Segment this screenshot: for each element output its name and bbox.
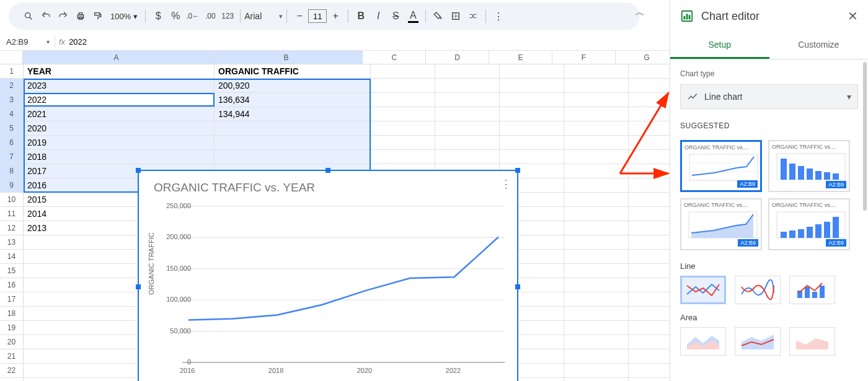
cell-A5[interactable]: 2020	[24, 121, 215, 135]
column-header-E[interactable]: E	[489, 51, 552, 64]
fill-color-icon[interactable]	[430, 7, 447, 25]
area-chart-type[interactable]	[680, 327, 726, 356]
strike-icon[interactable]: S	[387, 7, 404, 25]
cell-E5[interactable]	[500, 121, 564, 135]
cell-F5[interactable]	[564, 121, 629, 135]
cell-F21[interactable]	[564, 349, 629, 363]
cell-F3[interactable]	[564, 93, 629, 107]
cell-D4[interactable]	[435, 107, 500, 121]
cell-F12[interactable]	[564, 221, 629, 235]
cell-D3[interactable]	[435, 93, 500, 107]
bold-icon[interactable]: B	[352, 7, 370, 25]
cell-F2[interactable]	[564, 79, 629, 92]
cell-F4[interactable]	[564, 107, 629, 121]
cell-A2[interactable]: 2023	[24, 79, 215, 92]
row-header-19[interactable]: 19	[0, 321, 24, 335]
row-header-5[interactable]: 5	[0, 121, 24, 135]
row-header-13[interactable]: 13	[0, 235, 24, 249]
cell-A3[interactable]: 2022	[24, 93, 215, 107]
merge-icon[interactable]	[464, 7, 482, 25]
column-header-A[interactable]: A	[23, 51, 210, 64]
column-header-B[interactable]: B	[210, 51, 363, 64]
suggested-area-chart[interactable]: ORGANIC TRAFFIC vs.... A2:B9	[680, 198, 762, 250]
column-header-F[interactable]: F	[552, 51, 616, 64]
row-header-20[interactable]: 20	[0, 335, 24, 349]
cell-F17[interactable]	[564, 292, 629, 306]
resize-handle[interactable]	[136, 284, 141, 289]
number-format-icon[interactable]: 123	[219, 7, 236, 25]
row-header-1[interactable]: 1	[0, 64, 24, 78]
undo-icon[interactable]	[37, 7, 55, 25]
cell-F6[interactable]	[564, 136, 629, 149]
cell-B2[interactable]: 200,920	[215, 79, 371, 92]
cell-C4[interactable]	[371, 107, 435, 121]
row-header-22[interactable]: 22	[0, 364, 24, 377]
cell-E4[interactable]	[500, 107, 564, 121]
text-color-icon[interactable]: A	[404, 7, 422, 25]
suggested-line-chart[interactable]: ORGANIC TRAFFIC vs.... A2:B9	[680, 140, 762, 192]
cell-D5[interactable]	[435, 121, 500, 135]
row-header-16[interactable]: 16	[0, 278, 24, 292]
font-size-control[interactable]: − 11 +	[291, 7, 344, 25]
resize-handle[interactable]	[515, 284, 520, 289]
cell-C5[interactable]	[371, 121, 435, 135]
row-header-15[interactable]: 15	[0, 264, 24, 278]
decrease-decimal-icon[interactable]: .0←	[184, 7, 202, 25]
cell-F20[interactable]	[564, 335, 629, 349]
more-icon[interactable]: ⋮	[490, 7, 507, 25]
cell-F19[interactable]	[564, 321, 629, 335]
row-header-12[interactable]: 12	[0, 221, 24, 235]
cell-E3[interactable]	[500, 93, 564, 107]
cell-C6[interactable]	[371, 136, 435, 149]
cell-E7[interactable]	[500, 150, 564, 164]
resize-handle[interactable]	[136, 168, 141, 173]
suggested-column-chart-2[interactable]: ORGANIC TRAFFIC vs.... A2:B9	[768, 198, 850, 250]
row-header-17[interactable]: 17	[0, 292, 24, 306]
row-header-2[interactable]: 2	[0, 79, 24, 92]
borders-icon[interactable]	[447, 7, 464, 25]
cell-D1[interactable]	[435, 64, 500, 78]
cell-C7[interactable]	[371, 150, 435, 164]
row-header-6[interactable]: 6	[0, 136, 24, 149]
select-all-corner[interactable]	[0, 51, 23, 64]
paint-format-icon[interactable]	[89, 7, 107, 25]
cell-D2[interactable]	[435, 79, 500, 92]
resize-handle[interactable]	[326, 168, 330, 173]
cell-A1[interactable]: YEAR	[24, 64, 215, 78]
cell-D7[interactable]	[435, 150, 500, 164]
currency-icon[interactable]: $	[149, 7, 167, 25]
cell-B4[interactable]: 134,944	[215, 107, 371, 121]
tab-setup[interactable]: Setup	[670, 32, 769, 59]
cell-F15[interactable]	[564, 264, 629, 278]
font-select[interactable]: Arial	[244, 11, 279, 21]
increase-decimal-icon[interactable]: .00	[202, 7, 219, 25]
search-icon[interactable]	[20, 7, 37, 25]
chart-type-select[interactable]: Line chart ▾	[680, 84, 858, 109]
cell-C1[interactable]	[371, 64, 435, 78]
embedded-chart[interactable]: ⋮ ORGANIC TRAFFIC vs. YEAR ORGANIC TRAFF…	[138, 170, 518, 381]
cell-D6[interactable]	[435, 136, 500, 149]
cell-C3[interactable]	[371, 93, 435, 107]
combo-chart-type[interactable]	[789, 276, 835, 304]
collapse-toolbar-icon[interactable]: ︿	[635, 6, 645, 19]
cell-A7[interactable]: 2018	[24, 150, 215, 164]
cell-B3[interactable]: 136,634	[215, 93, 371, 107]
row-header-11[interactable]: 11	[0, 207, 24, 221]
cell-A4[interactable]: 2021	[24, 107, 215, 121]
cell-F23[interactable]	[564, 378, 629, 381]
suggested-column-chart[interactable]: ORGANIC TRAFFIC vs.... A2:B9	[768, 140, 850, 192]
cell-F7[interactable]	[564, 150, 629, 164]
row-header-7[interactable]: 7	[0, 150, 24, 164]
smooth-line-chart-type[interactable]	[735, 276, 781, 304]
italic-icon[interactable]: I	[370, 7, 387, 25]
cell-B1[interactable]: ORGANIC TRAFFIC	[215, 64, 371, 78]
tab-customize[interactable]: Customize	[769, 32, 869, 59]
cell-B6[interactable]	[215, 136, 371, 149]
close-icon[interactable]: ✕	[848, 9, 858, 24]
cell-B5[interactable]	[215, 121, 371, 135]
resize-handle[interactable]	[515, 168, 520, 173]
cell-E2[interactable]	[500, 79, 564, 92]
row-header-14[interactable]: 14	[0, 250, 24, 263]
cell-F13[interactable]	[564, 235, 629, 249]
cell-E1[interactable]	[500, 64, 564, 78]
